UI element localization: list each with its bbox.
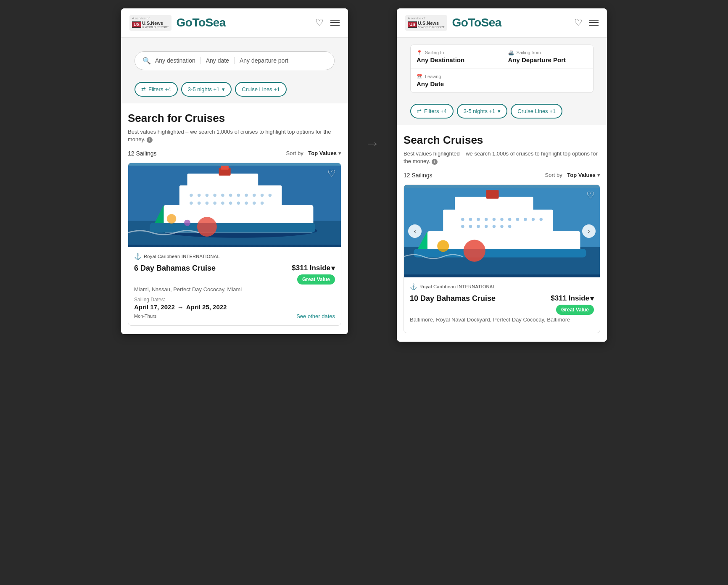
- search-heading-left: Search for Cruises: [128, 112, 341, 125]
- sailings-count-right: 12 Sailings: [404, 172, 433, 179]
- leaving-block[interactable]: 📅 Leaving Any Date: [411, 69, 593, 92]
- svg-point-11: [213, 194, 216, 197]
- svg-rect-33: [221, 166, 229, 169]
- nights-btn-left[interactable]: 3-5 nights +1 ▾: [181, 82, 232, 97]
- gotosea-logo-right: GoToSea: [452, 16, 501, 29]
- svg-point-10: [206, 194, 208, 197]
- svg-point-54: [461, 225, 464, 228]
- sort-chevron-right: ▾: [597, 172, 600, 178]
- cruise-lines-btn-left[interactable]: Cruise Lines +1: [235, 82, 287, 97]
- svg-point-45: [477, 218, 480, 221]
- ocean-bg-right: [404, 185, 600, 277]
- menu-icon-left[interactable]: [330, 20, 340, 26]
- svg-point-51: [524, 218, 527, 221]
- sailing-from-label: 🚢 Sailing from: [508, 50, 588, 55]
- date-field-left[interactable]: Any date: [200, 57, 234, 64]
- sailing-from-block[interactable]: 🚢 Sailing from Any Departure Port: [502, 45, 593, 69]
- svg-point-50: [516, 218, 519, 221]
- info-icon-right[interactable]: i: [432, 159, 438, 165]
- world-report-left: & WORLD REPORT: [142, 26, 169, 29]
- svg-point-30: [167, 214, 176, 224]
- gotosea-logo-left: GoToSea: [177, 16, 226, 29]
- search-bar-left[interactable]: 🔍 Any destination Any date Any departure…: [135, 51, 335, 70]
- card-heart-icon-right[interactable]: ♡: [586, 190, 595, 201]
- main-content-right: Search Cruises Best values highlighted –…: [397, 125, 607, 342]
- menu-icon-right[interactable]: [589, 20, 599, 26]
- search-subtext-right: Best values highlighted – we search 1,00…: [404, 150, 600, 165]
- svg-point-44: [469, 218, 472, 221]
- see-other-dates-link-left[interactable]: See other dates: [296, 313, 335, 319]
- svg-point-19: [190, 202, 193, 205]
- svg-point-16: [253, 194, 256, 197]
- price-left: $311 Inside ▾: [292, 264, 335, 273]
- info-icon-left[interactable]: i: [147, 137, 153, 143]
- destination-field-left[interactable]: Any destination: [155, 57, 200, 64]
- card-image-left: ♡: [128, 163, 341, 247]
- svg-point-28: [261, 202, 264, 205]
- card-body-left: ⚓ Royal Caribbean INTERNATIONAL 6 Day Ba…: [128, 247, 341, 325]
- usnews-logo-left: US U.S.News & WORLD REPORT: [132, 21, 169, 29]
- svg-point-31: [184, 220, 190, 226]
- card-nav-left-right[interactable]: ‹: [408, 224, 422, 238]
- svg-point-12: [221, 194, 224, 197]
- left-header: A service of US U.S.News & WORLD REPORT …: [121, 8, 348, 38]
- header-heart-icon-left[interactable]: ♡: [315, 17, 324, 28]
- leaving-value: Any Date: [417, 80, 587, 87]
- filters-btn-right[interactable]: ⇄ Filters +4: [410, 104, 454, 119]
- svg-point-52: [532, 218, 535, 221]
- search-fields-grid-right: 📍 Sailing to Any Destination 🚢 Sailing f…: [410, 45, 593, 93]
- left-panel: A service of US U.S.News & WORLD REPORT …: [121, 8, 348, 334]
- svg-point-47: [493, 218, 496, 221]
- filter-icon-right: ⇄: [417, 108, 422, 114]
- ocean-bg-left: [128, 163, 341, 247]
- price-chevron-right: ▾: [590, 294, 594, 303]
- nights-btn-right[interactable]: 3-5 nights +1 ▾: [457, 104, 508, 119]
- card-nav-right-right[interactable]: ›: [582, 224, 596, 238]
- sailing-dates-left: April 17, 2022 → April 25, 2022: [134, 303, 335, 311]
- svg-point-23: [221, 202, 224, 205]
- cruise-title-row-right: 10 Day Bahamas Cruise $311 Inside ▾ Grea…: [410, 294, 594, 315]
- svg-point-9: [198, 194, 200, 197]
- svg-point-20: [198, 202, 200, 205]
- svg-point-13: [229, 194, 232, 197]
- anchor-icon-right: ⚓: [410, 283, 417, 290]
- leaving-label: 📅 Leaving: [417, 74, 587, 79]
- service-of-left: A service of: [132, 17, 169, 21]
- cruise-route-right: Baltimore, Royal Naval Dockyard, Perfect…: [410, 316, 594, 323]
- left-header-right: ♡: [315, 17, 340, 28]
- transition-arrow: →: [365, 8, 380, 152]
- right-header-right: ♡: [574, 17, 599, 28]
- svg-rect-40: [455, 197, 533, 211]
- sailings-row-right: 12 Sailings Sort by Top Values ▾: [404, 172, 600, 179]
- cruise-line-logo-left: ⚓ Royal Caribbean INTERNATIONAL: [134, 253, 335, 260]
- left-header-left: A service of US U.S.News & WORLD REPORT …: [129, 15, 226, 31]
- price-block-right: $311 Inside ▾ Great Value: [551, 294, 594, 315]
- filters-btn-left[interactable]: ⇄ Filters +4: [135, 82, 178, 97]
- right-header: A service of US U.S.News & WORLD REPORT …: [397, 8, 607, 38]
- cruise-title-left: 6 Day Bahamas Cruise: [134, 264, 292, 273]
- svg-point-58: [493, 225, 496, 228]
- usnews-text-wrap-right: U.S.News & WORLD REPORT: [418, 21, 445, 29]
- svg-point-57: [485, 225, 488, 228]
- port-field-left[interactable]: Any departure port: [234, 57, 293, 64]
- cruise-card-left: ♡ ⚓ Royal Caribbean INTERNATIONAL 6 Day …: [128, 163, 341, 326]
- cruise-line-name-left: Royal Caribbean INTERNATIONAL: [144, 254, 220, 259]
- sailing-to-block[interactable]: 📍 Sailing to Any Destination: [411, 45, 502, 69]
- days-indicator-left: Mon-Thurs: [134, 314, 156, 319]
- sort-by-left[interactable]: Sort by Top Values ▾: [286, 150, 341, 156]
- search-fields-left: Any destination Any date Any departure p…: [155, 57, 327, 64]
- header-heart-icon-right[interactable]: ♡: [574, 17, 583, 28]
- cruise-lines-btn-right[interactable]: Cruise Lines +1: [511, 104, 562, 119]
- cruise-line-name-right: Royal Caribbean INTERNATIONAL: [419, 284, 496, 289]
- card-heart-icon-left[interactable]: ♡: [327, 168, 336, 179]
- svg-point-46: [485, 218, 488, 221]
- usnews-main-text-right: U.S.News: [418, 21, 445, 26]
- svg-point-55: [469, 225, 472, 228]
- svg-point-14: [237, 194, 240, 197]
- ship-svg-left: [128, 163, 341, 247]
- sort-by-right[interactable]: Sort by Top Values ▾: [545, 172, 600, 178]
- pin-icon: 📍: [417, 50, 422, 55]
- price-block-left: $311 Inside ▾ Great Value: [292, 264, 335, 285]
- search-icon-left: 🔍: [142, 57, 151, 65]
- svg-point-60: [508, 225, 511, 228]
